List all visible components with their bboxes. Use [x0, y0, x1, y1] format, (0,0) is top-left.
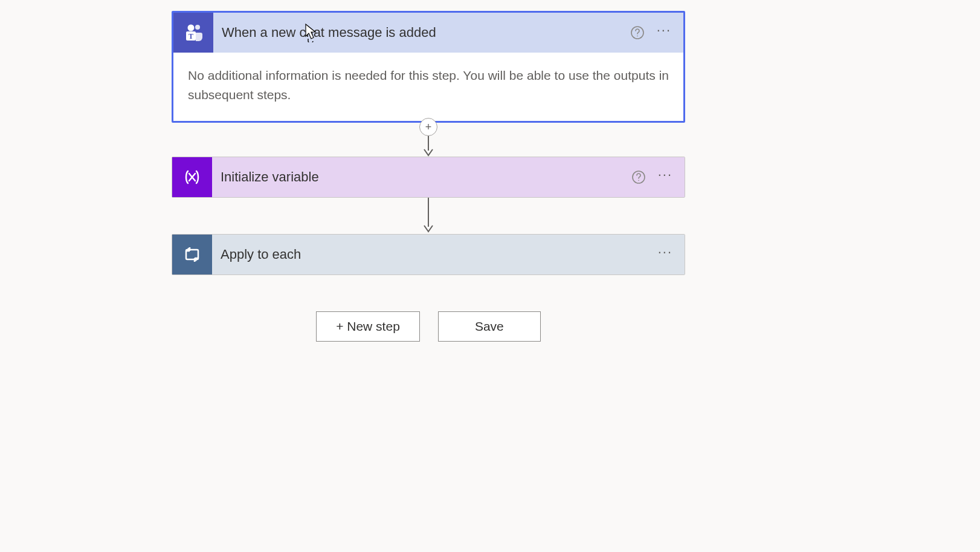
trigger-body-text: No additional information is needed for …: [173, 53, 683, 121]
variable-title: Initialize variable: [212, 169, 631, 185]
help-icon[interactable]: [630, 25, 645, 40]
svg-point-0: [195, 25, 200, 30]
trigger-title: When a new chat message is added: [213, 25, 630, 41]
more-icon[interactable]: ···: [657, 24, 671, 42]
trigger-actions: ···: [630, 24, 683, 42]
connector-line: [172, 198, 685, 234]
trigger-header[interactable]: T When a new chat message is added ···: [173, 13, 683, 53]
arrow-down-icon: [421, 132, 436, 157]
insert-step-button[interactable]: +: [419, 118, 437, 136]
apply-header[interactable]: Apply to each ···: [172, 235, 685, 274]
help-icon[interactable]: [631, 170, 646, 184]
initialize-variable-card[interactable]: Initialize variable ···: [172, 157, 685, 198]
variable-icon: [172, 157, 212, 197]
svg-point-5: [637, 36, 638, 37]
more-icon[interactable]: ···: [658, 245, 672, 264]
flow-designer: T When a new chat message is added ··· N…: [172, 11, 685, 342]
svg-point-8: [638, 180, 639, 181]
loop-icon: [172, 235, 212, 274]
teams-icon: T: [173, 13, 213, 53]
apply-title: Apply to each: [212, 247, 658, 262]
more-icon[interactable]: ···: [658, 168, 672, 186]
connector-add: +: [172, 123, 685, 157]
footer-buttons: + New step Save: [172, 311, 685, 342]
apply-to-each-card[interactable]: Apply to each ···: [172, 234, 685, 275]
trigger-card[interactable]: T When a new chat message is added ··· N…: [172, 11, 685, 123]
svg-point-1: [188, 25, 195, 31]
variable-actions: ···: [631, 168, 685, 186]
new-step-button[interactable]: + New step: [316, 311, 420, 342]
apply-actions: ···: [658, 245, 685, 264]
arrow-down-icon: [421, 198, 436, 234]
svg-text:T: T: [189, 32, 193, 41]
variable-header[interactable]: Initialize variable ···: [172, 157, 685, 197]
save-button[interactable]: Save: [438, 311, 541, 342]
